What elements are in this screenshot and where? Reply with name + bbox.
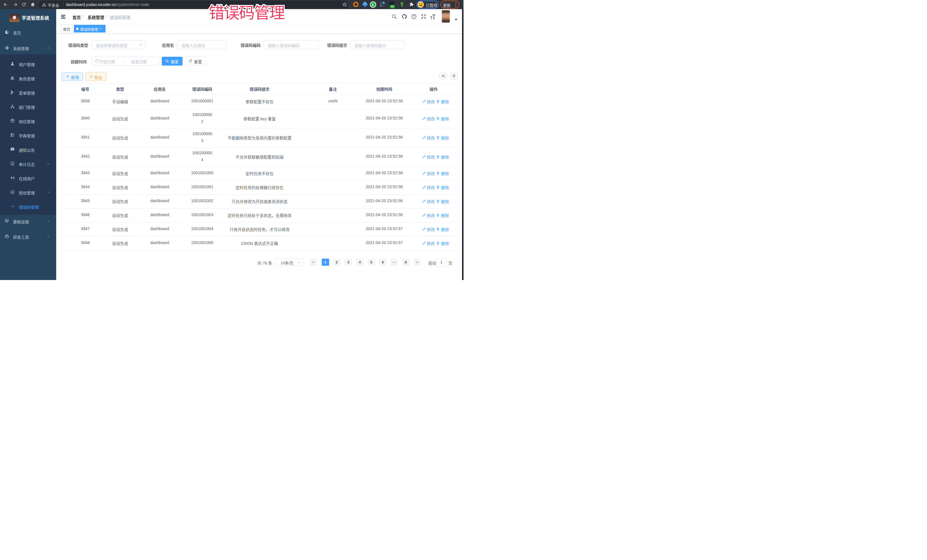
svg-text:错误码管理: 错误码管理	[209, 0, 285, 23]
